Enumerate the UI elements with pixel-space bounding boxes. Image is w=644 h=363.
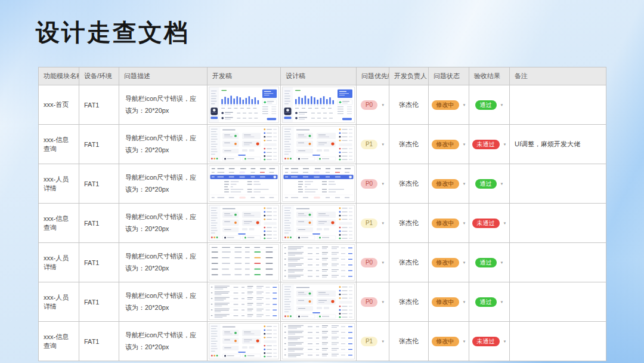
remark-cell — [510, 204, 606, 243]
priority-dropdown[interactable]: P0▼ — [361, 179, 385, 189]
design-screenshot-thumbnail[interactable] — [282, 126, 355, 162]
status-dropdown[interactable]: 修改中▼ — [432, 219, 466, 228]
dev-screenshot-cell — [208, 125, 281, 164]
module-cell: xxx-信息查询 — [39, 204, 79, 243]
caret-down-icon: ▼ — [463, 222, 466, 225]
caret-down-icon: ▼ — [463, 143, 466, 146]
remark-cell — [510, 164, 606, 204]
design-screenshot-thumbnail[interactable] — [282, 323, 355, 359]
header-device-env: 设备/环境 — [79, 67, 119, 85]
status-dropdown[interactable]: 修改中▼ — [432, 337, 466, 346]
table-header-row: 功能模块名称 设备/环境 问题描述 开发稿 设计稿 问题优先级 开发负责人 问题… — [39, 67, 606, 85]
module-cell: xxx-人员详情 — [39, 243, 79, 282]
issue-description-cell: 导航栏icon尺寸错误，应该为：20*20px — [119, 282, 208, 322]
priority-badge: P0 — [361, 100, 377, 110]
header-result: 验收结果 — [469, 67, 510, 85]
result-dropdown[interactable]: 通过▼ — [475, 258, 504, 267]
issue-description-cell: 导航栏icon尺寸错误，应该为：20*20px — [119, 204, 208, 243]
caret-down-icon: ▼ — [381, 143, 385, 146]
status-dropdown[interactable]: 修改中▼ — [432, 297, 466, 307]
status-cell: 修改中▼ — [429, 322, 469, 361]
dev-screenshot-thumbnail[interactable] — [209, 87, 279, 123]
result-badge: 未通过 — [472, 337, 500, 346]
caret-down-icon: ▼ — [463, 340, 466, 343]
design-screenshot-cell — [281, 282, 357, 322]
result-dropdown[interactable]: 未通过▼ — [472, 140, 507, 149]
result-cell: 未通过▼ — [469, 322, 510, 361]
status-badge: 修改中 — [432, 337, 459, 346]
module-cell: xxx-信息查询 — [39, 322, 79, 361]
priority-cell: P1▼ — [357, 322, 389, 361]
caret-down-icon: ▼ — [503, 143, 507, 146]
result-badge: 通过 — [475, 297, 497, 307]
result-dropdown[interactable]: 未通过▼ — [472, 337, 507, 346]
caret-down-icon: ▼ — [503, 222, 507, 225]
status-dropdown[interactable]: 修改中▼ — [432, 258, 466, 267]
design-screenshot-thumbnail[interactable] — [282, 205, 355, 241]
design-screenshot-thumbnail[interactable] — [282, 165, 355, 202]
result-badge: 通过 — [475, 100, 497, 110]
priority-badge: P1 — [361, 219, 377, 228]
result-dropdown[interactable]: 未通过▼ — [472, 219, 507, 228]
status-cell: 修改中▼ — [429, 164, 469, 204]
owner-cell: 张杰伦 — [389, 322, 429, 361]
priority-dropdown[interactable]: P1▼ — [361, 337, 385, 346]
status-dropdown[interactable]: 修改中▼ — [432, 100, 466, 110]
priority-dropdown[interactable]: P1▼ — [361, 219, 385, 228]
caret-down-icon: ▼ — [463, 261, 466, 264]
owner-cell: 张杰伦 — [389, 204, 429, 243]
priority-badge: P0 — [361, 258, 377, 267]
table-row: xxx-信息查询 FAT1 导航栏icon尺寸错误，应该为：20*20px P1… — [39, 322, 606, 361]
dev-screenshot-thumbnail[interactable] — [209, 205, 279, 241]
design-review-table: 功能模块名称 设备/环境 问题描述 开发稿 设计稿 问题优先级 开发负责人 问题… — [38, 67, 606, 361]
priority-dropdown[interactable]: P0▼ — [361, 100, 385, 110]
result-dropdown[interactable]: 通过▼ — [475, 179, 504, 189]
owner-cell: 张杰伦 — [389, 243, 429, 282]
caret-down-icon: ▼ — [500, 300, 504, 304]
page-background: 设计走查文档 功能模块名称 设备/环境 问题描述 开发稿 设计稿 问题优先级 开… — [0, 0, 644, 363]
priority-cell: P0▼ — [357, 164, 389, 204]
dev-screenshot-thumbnail[interactable] — [209, 284, 279, 320]
header-design-screenshot: 设计稿 — [281, 67, 357, 85]
dev-screenshot-thumbnail[interactable] — [209, 126, 279, 162]
status-cell: 修改中▼ — [429, 243, 469, 282]
status-dropdown[interactable]: 修改中▼ — [432, 140, 466, 149]
priority-cell: P1▼ — [357, 204, 389, 243]
status-badge: 修改中 — [432, 179, 459, 189]
caret-down-icon: ▼ — [500, 103, 504, 107]
design-screenshot-cell — [281, 322, 357, 361]
result-dropdown[interactable]: 通过▼ — [475, 100, 504, 110]
dev-screenshot-thumbnail[interactable] — [209, 244, 279, 281]
result-cell: 未通过▼ — [469, 125, 510, 164]
caret-down-icon: ▼ — [381, 300, 385, 304]
result-badge: 未通过 — [472, 140, 500, 149]
caret-down-icon: ▼ — [463, 300, 466, 304]
issue-description-cell: 导航栏icon尺寸错误，应该为：20*20px — [119, 243, 208, 282]
status-cell: 修改中▼ — [429, 125, 469, 164]
module-cell: xxx-人员详情 — [39, 164, 79, 204]
result-dropdown[interactable]: 通过▼ — [475, 297, 504, 307]
table-row: xxx-人员详情 FAT1 导航栏icon尺寸错误，应该为：20*20px P0… — [39, 164, 606, 204]
remark-cell — [510, 282, 606, 322]
design-screenshot-cell — [281, 243, 357, 282]
remark-cell — [510, 85, 606, 125]
env-cell: FAT1 — [79, 164, 119, 204]
table-row: xxx-信息查询 FAT1 导航栏icon尺寸错误，应该为：20*20px P1… — [39, 125, 606, 164]
dev-screenshot-cell — [208, 85, 281, 125]
result-cell: 通过▼ — [469, 85, 510, 125]
status-dropdown[interactable]: 修改中▼ — [432, 179, 466, 189]
design-screenshot-thumbnail[interactable] — [282, 87, 355, 123]
priority-dropdown[interactable]: P0▼ — [361, 297, 385, 307]
env-cell: FAT1 — [79, 204, 119, 243]
dev-screenshot-thumbnail[interactable] — [209, 165, 279, 202]
priority-dropdown[interactable]: P1▼ — [361, 140, 385, 149]
remark-cell — [510, 322, 606, 361]
env-cell: FAT1 — [79, 322, 119, 361]
priority-cell: P0▼ — [357, 282, 389, 322]
design-screenshot-thumbnail[interactable] — [282, 244, 355, 281]
priority-dropdown[interactable]: P0▼ — [361, 258, 385, 267]
dev-screenshot-thumbnail[interactable] — [209, 323, 279, 359]
design-screenshot-thumbnail[interactable] — [282, 284, 355, 320]
table-row: xxx-人员详情 FAT1 导航栏icon尺寸错误，应该为：20*20px P0… — [39, 282, 606, 322]
remark-cell: UI调整，麻烦开发大佬 — [510, 125, 606, 164]
